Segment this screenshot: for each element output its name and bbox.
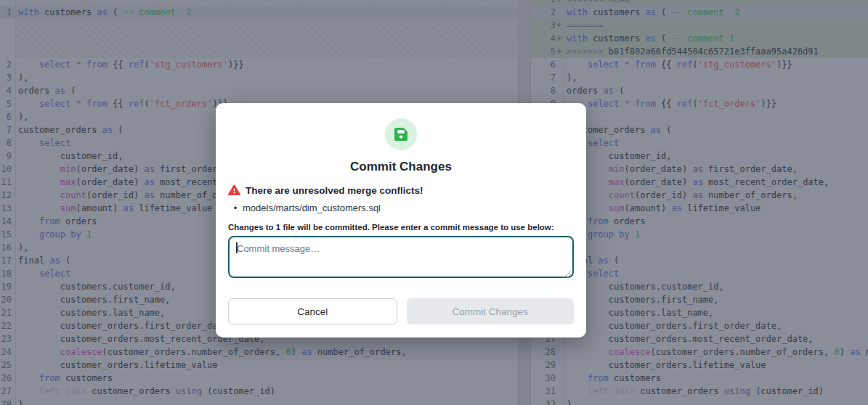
commit-changes-modal: Commit Changes There are unresolved merg…: [216, 103, 586, 338]
conflicted-file-item: models/marts/dim_customers.sql: [228, 202, 574, 213]
modal-title: Commit Changes: [228, 160, 574, 174]
commit-changes-button[interactable]: Commit Changes: [407, 298, 575, 324]
warning-triangle-icon: [228, 184, 240, 196]
cancel-button[interactable]: Cancel: [228, 298, 397, 324]
merge-conflict-warning: There are unresolved merge conflicts!: [246, 185, 423, 196]
conflicted-file-path: models/marts/dim_customers.sql: [243, 202, 381, 213]
text-cursor: [236, 242, 238, 253]
commit-message-input[interactable]: [228, 236, 574, 278]
bullet-icon: [228, 202, 243, 213]
commit-instruction: Changes to 1 file will be committed. Ple…: [228, 223, 574, 232]
save-icon: [385, 118, 417, 150]
